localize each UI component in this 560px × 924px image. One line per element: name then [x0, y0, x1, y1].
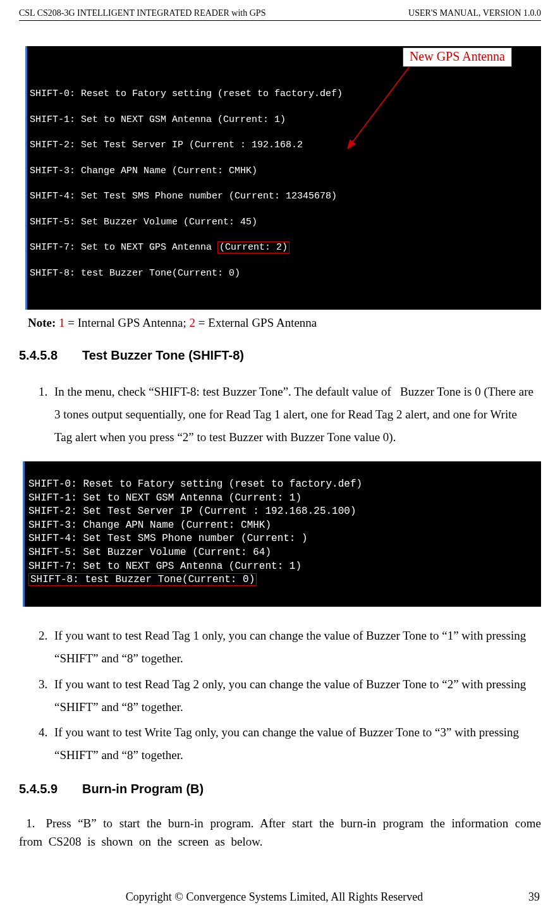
item-no: 1.	[26, 817, 35, 830]
note-label: Note:	[28, 316, 56, 329]
svg-line-0	[351, 64, 411, 143]
burnin-text: Press “B” to start the burn-in program. …	[19, 817, 541, 848]
term1-line7-pre: SHIFT-7: Set to NEXT GPS Antenna	[30, 242, 217, 253]
term1-line: SHIFT-1: Set to NEXT GSM Antenna (Curren…	[30, 114, 536, 126]
instruction-item: If you want to test Write Tag only, you …	[51, 721, 535, 767]
arrow-annotation	[345, 60, 415, 149]
gps-note: Note: 1 = Internal GPS Antenna; 2 = Exte…	[28, 313, 541, 332]
instruction-item: If you want to test Read Tag 1 only, you…	[51, 624, 535, 670]
instruction-item: If you want to test Read Tag 2 only, you…	[51, 673, 535, 719]
callout-new-gps: New GPS Antenna	[403, 47, 512, 67]
note-val1: 1	[59, 316, 65, 329]
terminal-screenshot-2: SHIFT-0: Reset to Fatory setting (reset …	[23, 461, 541, 607]
term1-line: SHIFT-5: Set Buzzer Volume (Current: 45)	[30, 216, 536, 229]
term1-line-8: SHIFT-8: test Buzzer Tone(Current: 0)	[30, 267, 536, 280]
page-footer: Copyright © Convergence Systems Limited,…	[0, 889, 560, 906]
term1-line: SHIFT-4: Set Test SMS Phone number (Curr…	[30, 190, 536, 203]
section-heading-5459: 5.4.5.9Burn-in Program (B)	[19, 779, 541, 799]
term1-line7-box: (Current: 2)	[217, 241, 289, 253]
header-right: USER'S MANUAL, VERSION 1.0.0	[408, 6, 541, 20]
section-heading-5458: 5.4.5.8Test Buzzer Tone (SHIFT-8)	[19, 346, 541, 365]
page-header: CSL CS208-3G INTELLIGENT INTEGRATED READ…	[19, 6, 541, 21]
term2-line: SHIFT-2: Set Test Server IP (Current : 1…	[28, 506, 356, 517]
page-number: 39	[528, 889, 540, 906]
term1-line-7: SHIFT-7: Set to NEXT GPS Antenna (Curren…	[30, 241, 536, 254]
term2-line: SHIFT-3: Change APN Name (Current: CMHK)	[28, 520, 271, 531]
instruction-item: In the menu, check “SHIFT-8: test Buzzer…	[51, 380, 535, 449]
term2-line8-box: SHIFT-8: test Buzzer Tone(Current: 0)	[28, 573, 257, 586]
term1-line: SHIFT-3: Change APN Name (Current: CMHK)	[30, 165, 536, 178]
note-val2: 2	[190, 316, 196, 329]
copyright: Copyright © Convergence Systems Limited,…	[126, 889, 423, 906]
section-num: 5.4.5.9	[19, 779, 82, 799]
term2-line: SHIFT-5: Set Buzzer Volume (Current: 64)	[28, 547, 271, 558]
term2-line: SHIFT-4: Set Test SMS Phone number (Curr…	[28, 533, 308, 544]
term1-line: SHIFT-2: Set Test Server IP (Current : 1…	[30, 139, 536, 152]
section-num: 5.4.5.8	[19, 346, 82, 365]
header-left: CSL CS208-3G INTELLIGENT INTEGRATED READ…	[19, 6, 265, 20]
section-title: Burn-in Program (B)	[82, 782, 204, 796]
term2-line: SHIFT-7: Set to NEXT GPS Antenna (Curren…	[28, 561, 301, 572]
terminal-screenshot-1: New GPS Antenna SHIFT-0: Reset to Fatory…	[25, 46, 541, 310]
term2-line: SHIFT-1: Set to NEXT GSM Antenna (Curren…	[28, 492, 301, 504]
burnin-para: 1. Press “B” to start the burn-in progra…	[19, 814, 541, 851]
note-t1: = Internal GPS Antenna;	[65, 316, 190, 329]
section-title: Test Buzzer Tone (SHIFT-8)	[82, 348, 244, 362]
term2-line: SHIFT-0: Reset to Fatory setting (reset …	[28, 478, 362, 490]
term2-line-8: SHIFT-8: test Buzzer Tone(Current: 0)	[28, 573, 257, 586]
note-t2: = External GPS Antenna	[195, 316, 317, 329]
term1-line: SHIFT-0: Reset to Fatory setting (reset …	[30, 88, 536, 100]
